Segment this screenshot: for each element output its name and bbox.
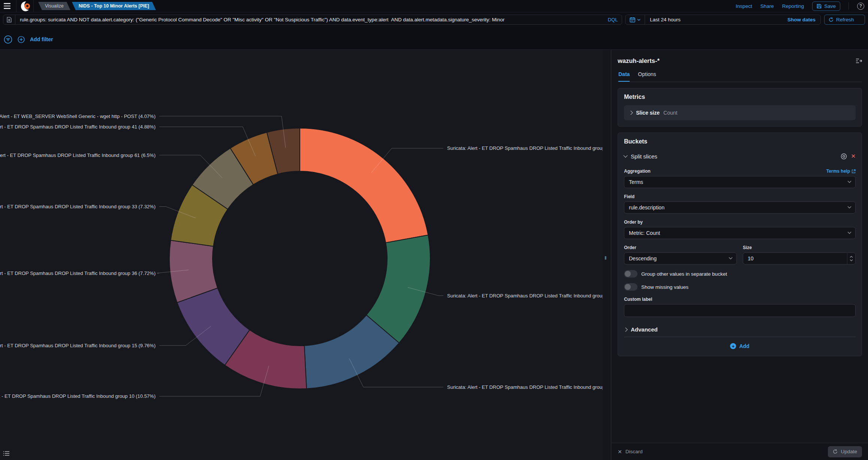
group-other-toggle-row: Group other values in separate bucket xyxy=(624,270,856,278)
add-bucket-button[interactable]: + Add xyxy=(624,337,856,350)
slice-label: rt - ET DROP Spamhaus DROP Listed Traffi… xyxy=(0,393,156,399)
add-filter-plus-icon xyxy=(18,36,25,43)
legend-toggle-icon[interactable] xyxy=(3,451,10,456)
page-title: NIDS - Top 10 Minor Alerts [PIE] xyxy=(72,2,156,10)
show-missing-toggle[interactable] xyxy=(624,283,638,291)
index-pattern-title: wazuh-alerts-* xyxy=(618,57,660,64)
collapse-panel-icon[interactable] xyxy=(856,58,862,64)
data-panel: wazuh-alerts-* Data Options Metrics Slic… xyxy=(612,50,868,460)
menu-icon[interactable] xyxy=(4,0,16,12)
order-label: Order xyxy=(624,245,737,250)
visualization-area: Suricata: Alert - ET DROP Spamhaus DROP … xyxy=(0,50,603,460)
show-missing-toggle-row: Show missing values xyxy=(624,283,856,291)
chevron-down-icon xyxy=(847,231,852,234)
eye-icon[interactable] xyxy=(841,153,847,160)
reporting-link[interactable]: Reporting xyxy=(782,3,804,9)
slice-size-label: Slice size xyxy=(636,110,660,116)
pie-slice[interactable] xyxy=(300,128,428,243)
slice-label: Suricata: Alert - ET DROP Spamhaus DROP … xyxy=(447,293,603,299)
metrics-heading: Metrics xyxy=(624,94,856,100)
save-icon xyxy=(817,4,822,9)
slice-label: lert - ET DROP Spamhaus DROP Listed Traf… xyxy=(0,152,156,158)
size-label: Size xyxy=(743,245,856,250)
slice-label: ert - ET DROP Spamhaus DROP Listed Traff… xyxy=(0,270,156,276)
query-bar: rule.groups: suricata AND NOT data.alert… xyxy=(0,12,868,29)
refresh-icon xyxy=(829,17,834,22)
save-button[interactable]: Save xyxy=(812,1,840,11)
chevron-right-icon xyxy=(629,111,633,115)
slice-label: ert - ET DROP Spamhaus DROP Listed Traff… xyxy=(0,204,156,209)
buckets-section: Buckets Split slices ✕ Aggregation Terms… xyxy=(618,133,862,356)
field-label: Field xyxy=(624,194,635,199)
order-by-label: Order by xyxy=(624,220,643,225)
custom-label-input[interactable] xyxy=(624,304,856,317)
add-filter-link[interactable]: Add filter xyxy=(30,36,53,42)
calendar-icon xyxy=(630,17,635,22)
metrics-section: Metrics Slice size Count xyxy=(618,88,862,127)
group-other-label: Group other values in separate bucket xyxy=(641,271,727,277)
app-logo xyxy=(16,0,34,12)
refresh-button[interactable]: Refresh xyxy=(824,15,865,25)
external-link-icon xyxy=(852,169,856,173)
aggregation-select[interactable]: Terms xyxy=(624,176,856,188)
panel-footer: ✕ Discard Update xyxy=(612,443,868,460)
field-select[interactable]: rule.description xyxy=(624,202,856,214)
share-link[interactable]: Share xyxy=(760,3,774,9)
show-dates-link[interactable]: Show dates xyxy=(787,17,820,22)
inspect-link[interactable]: Inspect xyxy=(736,3,752,9)
aggregation-label: Aggregation xyxy=(624,169,651,174)
slice-label: Suricata: Alert - ET DROP Spamhaus DROP … xyxy=(447,384,603,390)
query-language-button[interactable]: DQL xyxy=(604,17,622,22)
breadcrumb-visualize[interactable]: Visualize xyxy=(38,2,70,10)
calendar-dropdown[interactable] xyxy=(626,15,645,24)
panel-resizer[interactable]: ‖ xyxy=(603,50,611,460)
terms-help-link[interactable]: Terms help xyxy=(826,169,856,174)
plus-circle-icon: + xyxy=(730,343,736,349)
query-input-box: rule.groups: suricata AND NOT data.alert… xyxy=(3,15,622,25)
slice-label: : Alert - ET WEB_SERVER WebShell Generic… xyxy=(0,114,156,119)
slice-label: Suricata: Alert - ET DROP Spamhaus DROP … xyxy=(447,145,603,151)
split-slices-row[interactable]: Split slices ✕ xyxy=(624,150,856,163)
chevron-down-icon xyxy=(637,19,641,21)
group-other-toggle[interactable] xyxy=(624,270,638,278)
time-range-value[interactable]: Last 24 hours xyxy=(645,17,681,22)
show-missing-label: Show missing values xyxy=(641,284,688,290)
query-input[interactable]: rule.groups: suricata AND NOT data.alert… xyxy=(15,17,604,22)
nav-divider xyxy=(849,2,849,10)
filter-icon[interactable] xyxy=(4,35,12,44)
update-button[interactable]: Update xyxy=(828,446,862,457)
refresh-icon xyxy=(833,449,838,454)
buckets-heading: Buckets xyxy=(624,138,856,145)
remove-bucket-icon[interactable]: ✕ xyxy=(851,153,856,160)
chevron-down-icon xyxy=(847,181,852,183)
saved-query-icon[interactable] xyxy=(3,15,15,24)
panel-tabs: Data Options xyxy=(618,71,862,82)
tab-options[interactable]: Options xyxy=(638,71,656,82)
chevron-down-icon xyxy=(623,153,627,157)
close-icon: ✕ xyxy=(618,449,622,455)
date-picker: Last 24 hours Show dates xyxy=(625,15,821,25)
tab-data[interactable]: Data xyxy=(618,71,630,82)
chevron-down-icon xyxy=(847,206,852,209)
top-nav: Visualize NIDS - Top 10 Minor Alerts [PI… xyxy=(0,0,868,12)
help-icon[interactable]: ? xyxy=(857,3,864,10)
custom-label-label: Custom label xyxy=(624,297,652,302)
slice-label: ert - ET DROP Spamhaus DROP Listed Traff… xyxy=(0,343,156,348)
slice-size-value: Count xyxy=(663,110,677,116)
order-by-select[interactable]: Metric: Count xyxy=(624,227,856,239)
filter-bar: Add filter xyxy=(0,29,868,50)
discard-button[interactable]: ✕ Discard xyxy=(618,449,643,455)
chevron-down-icon xyxy=(729,257,733,260)
pie-chart: Suricata: Alert - ET DROP Spamhaus DROP … xyxy=(0,50,603,460)
slice-size-row[interactable]: Slice size Count xyxy=(624,105,856,120)
slice-label: ert - ET DROP Spamhaus DROP Listed Traff… xyxy=(0,124,156,130)
order-select[interactable]: Descending xyxy=(624,252,737,264)
size-stepper[interactable] xyxy=(847,253,855,264)
chevron-right-icon xyxy=(623,327,627,332)
size-input[interactable] xyxy=(743,255,855,261)
advanced-toggle[interactable]: Advanced xyxy=(624,322,856,337)
split-slices-label: Split slices xyxy=(631,153,657,160)
